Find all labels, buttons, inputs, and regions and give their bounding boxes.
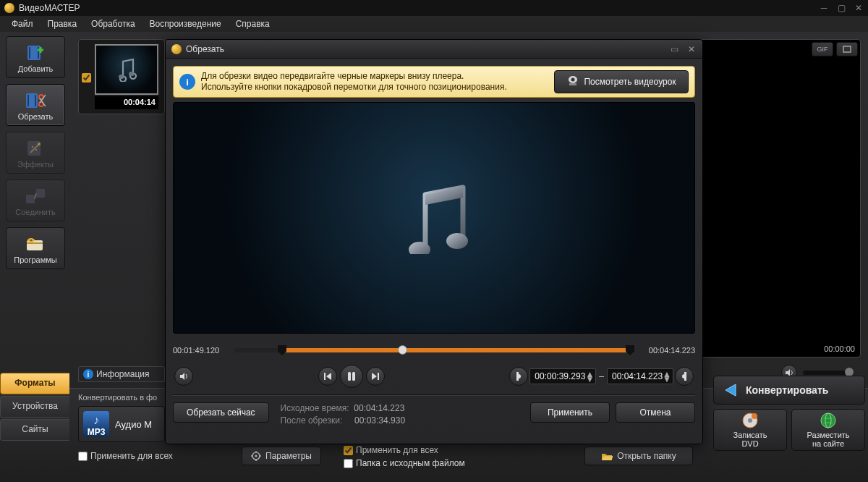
svg-rect-13 [36,189,45,198]
add-icon [25,43,46,62]
app-title: ВидеоМАСТЕР [19,3,819,13]
programs-label: Программы [14,255,56,264]
app-icon [4,3,14,13]
set-in-button[interactable] [509,367,528,386]
main-titlebar: ВидеоМАСТЕР ─ ▢ ✕ [0,0,868,16]
convert-icon [721,381,740,399]
apply-all-output[interactable]: Применить для всех [344,445,438,455]
svg-rect-1 [29,47,30,59]
out-time-spinner[interactable]: ▲▼ [663,372,671,381]
trim-end-marker[interactable] [626,345,634,355]
open-folder-button[interactable]: Открыть папку [584,447,693,465]
cut-icon [25,91,46,110]
svg-point-36 [446,233,468,249]
maximize-button[interactable]: ▢ [836,4,846,12]
dialog-app-icon [171,44,182,54]
play-pause-button[interactable] [340,365,363,388]
playback-controls: 00:00:39.293 ▲▼ – 00:04:14.223 ▲▼ [173,365,695,387]
prev-frame-button[interactable] [318,367,337,386]
source-folder-checkbox[interactable] [344,459,353,468]
dialog-bottom-row: Обрезать сейчас Исходное время: 00:04:14… [173,402,695,427]
convert-button[interactable]: Конвертировать [713,376,865,405]
dialog-close-button[interactable]: ✕ [686,45,697,54]
dialog-titlebar[interactable]: Обрезать ▭ ✕ [166,40,702,59]
svg-point-18 [129,72,135,76]
info-tab[interactable]: i Информация [78,366,165,382]
convert-format-label: Конвертировать в фо [78,393,157,402]
apply-all-output-checkbox[interactable] [344,446,353,455]
source-folder-option[interactable]: Папка с исходным файлом [344,458,465,468]
svg-point-29 [752,413,757,419]
trim-start-marker[interactable] [278,345,286,355]
programs-button[interactable]: Программы [6,227,65,269]
cut-button[interactable]: Обрезать [6,84,65,126]
burn-dvd-label: Записать DVD [733,431,767,448]
playhead-thumb[interactable] [398,345,407,355]
cancel-button[interactable]: Отмена [616,402,695,423]
dialog-divider [173,394,695,395]
parameters-button[interactable]: Параметры [242,447,321,465]
gif-button[interactable]: GIF [812,42,833,56]
dialog-minimize-button[interactable]: ▭ [669,45,679,54]
out-time-input[interactable]: 00:04:14.223 ▲▼ [607,368,673,384]
apply-all-formats-checkbox[interactable] [78,452,88,461]
burn-dvd-button[interactable]: Записать DVD [713,409,787,451]
minimize-button[interactable]: ─ [819,4,829,12]
svg-rect-2 [38,47,39,59]
publish-label: Разместить на сайте [807,431,849,448]
fullscreen-button[interactable] [836,42,858,56]
cut-duration-info: Исходное время: 00:04:14.223 После обрез… [281,402,412,427]
set-out-button[interactable] [675,367,694,386]
svg-point-11 [32,146,33,148]
info-icon: i [83,369,93,379]
menu-file[interactable]: Файл [6,17,39,30]
tab-sites[interactable]: Сайты [0,419,69,441]
publish-button[interactable]: Разместить на сайте [791,409,865,451]
webcam-icon [566,75,579,88]
format-selector[interactable]: MP3 Аудио M [78,406,165,442]
left-toolbar: Добавить Обрезать Эффекты Соединить Прог… [6,36,69,275]
clip-thumbnail[interactable]: 00:04:14 [78,39,165,114]
add-button[interactable]: Добавить [6,36,65,78]
tab-formats[interactable]: Форматы [0,373,69,394]
convert-label: Конвертировать [746,384,828,396]
svg-rect-37 [324,373,326,380]
join-icon [25,187,46,206]
info-icon: i [179,74,195,90]
globe-icon [819,412,838,429]
menu-process[interactable]: Обработка [85,17,141,30]
slider-time-right: 00:04:14.223 [639,346,695,355]
menu-edit[interactable]: Правка [42,17,83,30]
cut-label: Обрезать [18,112,54,121]
main-volume-slider[interactable] [803,371,854,375]
folder-icon [601,452,613,461]
next-frame-button[interactable] [366,367,385,386]
apply-button[interactable]: Применить [530,402,610,423]
volume-button[interactable] [174,367,193,386]
in-time-spinner[interactable]: ▲▼ [585,372,594,381]
svg-rect-5 [35,95,36,106]
main-preview-time: 00:00:00 [824,344,855,353]
in-time-input[interactable]: 00:00:39.293 ▲▼ [529,368,596,384]
svg-rect-40 [378,373,379,380]
effects-button: Эффекты [6,132,65,174]
trim-track[interactable] [234,343,634,358]
svg-rect-12 [26,195,35,203]
main-menubar: Файл Правка Обработка Воспроизведение Сп… [0,16,868,32]
effects-icon [25,139,46,158]
clip-thumbnail-image [95,44,158,95]
menu-playback[interactable]: Воспроизведение [144,17,227,30]
tab-devices[interactable]: Устройства [0,396,69,418]
join-label: Соединить [15,208,56,216]
cut-now-button[interactable]: Обрезать сейчас [173,402,269,423]
clip-checkbox[interactable] [82,73,91,83]
menu-help[interactable]: Справка [230,17,276,30]
add-label: Добавить [18,64,54,73]
close-button[interactable]: ✕ [854,4,864,12]
gear-icon [251,451,261,461]
apply-all-formats[interactable]: Применить для всех [78,451,173,461]
trim-slider-row: 00:01:49.120 00:04:14.223 [173,341,695,360]
watch-tutorial-button[interactable]: Посмотреть видеоурок [554,70,689,93]
svg-point-34 [571,78,575,82]
svg-point-9 [38,143,41,145]
